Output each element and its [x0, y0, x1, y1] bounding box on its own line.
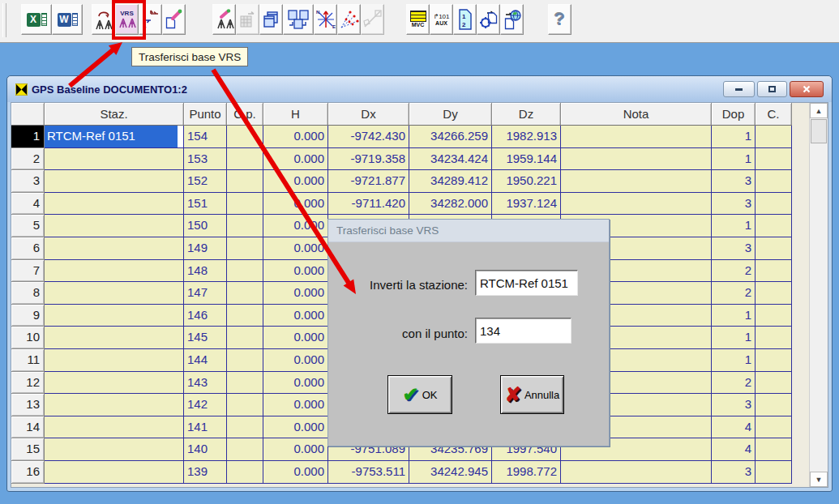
- c-cell[interactable]: [756, 438, 792, 461]
- h-cell[interactable]: 0.000: [263, 438, 328, 461]
- dz-cell[interactable]: 1959.144: [492, 148, 561, 171]
- staz-cell[interactable]: [45, 372, 184, 395]
- dop-cell[interactable]: 3: [712, 193, 756, 216]
- cp-cell[interactable]: [227, 305, 263, 327]
- staz-cell[interactable]: [45, 148, 184, 171]
- punto-cell[interactable]: 150: [184, 215, 227, 237]
- header-nota[interactable]: Nota: [561, 103, 712, 126]
- nota-cell[interactable]: [561, 126, 712, 148]
- row-number-cell[interactable]: 10: [11, 327, 45, 349]
- h-cell[interactable]: 0.000: [263, 327, 328, 349]
- dialog-titlebar[interactable]: Trasferisci base VRS: [328, 220, 609, 242]
- cp-cell[interactable]: [227, 282, 263, 305]
- row-number-cell[interactable]: 7: [11, 260, 45, 283]
- row-number-cell[interactable]: 5: [11, 215, 45, 237]
- cp-cell[interactable]: [227, 416, 263, 439]
- staz-cell[interactable]: [45, 170, 184, 193]
- cp-cell[interactable]: [227, 461, 263, 484]
- cp-cell[interactable]: [227, 394, 263, 416]
- punto-cell[interactable]: 152: [184, 170, 227, 193]
- row-number-cell[interactable]: 9: [11, 305, 45, 327]
- scatter-points-button[interactable]: [337, 4, 361, 35]
- dx-cell[interactable]: -9719.358: [328, 148, 409, 171]
- h-cell[interactable]: 0.000: [263, 126, 328, 148]
- dop-cell[interactable]: 3: [712, 170, 756, 193]
- dop-cell[interactable]: 1: [712, 327, 756, 349]
- staz-cell[interactable]: [45, 237, 184, 260]
- cp-cell[interactable]: [227, 237, 263, 260]
- word-export-button[interactable]: W: [52, 4, 83, 35]
- c-cell[interactable]: [756, 327, 792, 349]
- h-cell[interactable]: 0.000: [263, 461, 328, 484]
- row-number-cell[interactable]: 4: [11, 193, 45, 216]
- cp-cell[interactable]: [227, 193, 263, 216]
- dx-cell[interactable]: -9721.877: [328, 170, 409, 193]
- header-cp[interactable]: C.p.: [227, 103, 263, 126]
- aux-101-button[interactable]: ↱101 AUX: [430, 4, 453, 35]
- row-number-cell[interactable]: 6: [11, 237, 45, 260]
- row-number-cell[interactable]: 15: [11, 438, 45, 461]
- row-number-cell[interactable]: 8: [11, 282, 45, 305]
- transfer-baseline-button[interactable]: [92, 4, 115, 35]
- c-cell[interactable]: [756, 305, 792, 327]
- staz-cell[interactable]: [45, 327, 184, 349]
- punto-cell[interactable]: 151: [184, 193, 227, 216]
- scroll-down-button[interactable]: ▼: [810, 472, 828, 487]
- staz-cell[interactable]: [45, 282, 184, 305]
- dy-cell[interactable]: 34234.424: [409, 148, 492, 171]
- dop-cell[interactable]: 3: [712, 461, 756, 484]
- c-cell[interactable]: [756, 416, 792, 439]
- c-cell[interactable]: [756, 237, 792, 260]
- header-h[interactable]: H: [263, 103, 328, 126]
- row-number-cell[interactable]: 11: [11, 349, 45, 372]
- dy-cell[interactable]: 34282.000: [409, 193, 492, 216]
- help-button[interactable]: ?: [548, 4, 571, 35]
- h-cell[interactable]: 0.000: [263, 394, 328, 416]
- h-cell[interactable]: 0.000: [263, 148, 328, 171]
- cp-cell[interactable]: [227, 260, 263, 283]
- dx-cell[interactable]: -9742.430: [328, 126, 409, 148]
- axes-ne-button[interactable]: N E: [314, 4, 337, 35]
- dop-cell[interactable]: 1: [712, 126, 756, 148]
- staz-cell[interactable]: [45, 461, 184, 484]
- dop-cell[interactable]: 4: [712, 416, 756, 439]
- header-c[interactable]: C.: [756, 103, 792, 126]
- punto-cell[interactable]: 154: [184, 126, 227, 148]
- header-dx[interactable]: Dx: [328, 103, 409, 126]
- h-cell[interactable]: 0.000: [263, 237, 328, 260]
- cp-cell[interactable]: [227, 349, 263, 372]
- dz-cell[interactable]: 1998.772: [492, 461, 561, 484]
- row-number-cell[interactable]: 16: [11, 461, 45, 484]
- c-cell[interactable]: [756, 193, 792, 216]
- staz-cell[interactable]: [45, 438, 184, 461]
- nota-cell[interactable]: [561, 193, 712, 216]
- nota-cell[interactable]: [561, 461, 712, 484]
- h-cell[interactable]: 0.000: [263, 170, 328, 193]
- punto-cell[interactable]: 149: [184, 237, 227, 260]
- header-dy[interactable]: Dy: [409, 103, 492, 126]
- dz-cell[interactable]: 1950.221: [492, 170, 561, 193]
- dop-cell[interactable]: 1: [712, 148, 756, 171]
- h-cell[interactable]: 0.000: [263, 372, 328, 395]
- cp-cell[interactable]: [227, 372, 263, 395]
- h-cell[interactable]: 0.000: [263, 416, 328, 439]
- staz-cell[interactable]: [45, 260, 184, 283]
- h-cell[interactable]: 0.000: [263, 215, 328, 237]
- globe-doc-button[interactable]: [500, 4, 524, 35]
- header-punto[interactable]: Punto: [184, 103, 227, 126]
- c-cell[interactable]: [756, 126, 792, 148]
- row-number-cell[interactable]: 3: [11, 170, 45, 193]
- edit-document-button[interactable]: [162, 4, 186, 35]
- polygon-disabled-button[interactable]: [361, 4, 384, 35]
- scrollbar-track[interactable]: [810, 144, 828, 472]
- nota-cell[interactable]: [561, 170, 712, 193]
- c-cell[interactable]: [756, 148, 792, 171]
- punto-cell[interactable]: 148: [184, 260, 227, 283]
- tile-windows-button[interactable]: [283, 4, 314, 35]
- h-cell[interactable]: 0.000: [263, 260, 328, 283]
- punto-cell[interactable]: 143: [184, 372, 227, 395]
- table-row[interactable]: 2 153 0.000 -9719.358 34234.424 1959.144…: [11, 148, 809, 171]
- mvc-table-button[interactable]: MVC: [406, 4, 430, 35]
- punto-cell[interactable]: 153: [184, 148, 227, 171]
- punto-cell[interactable]: 141: [184, 416, 227, 439]
